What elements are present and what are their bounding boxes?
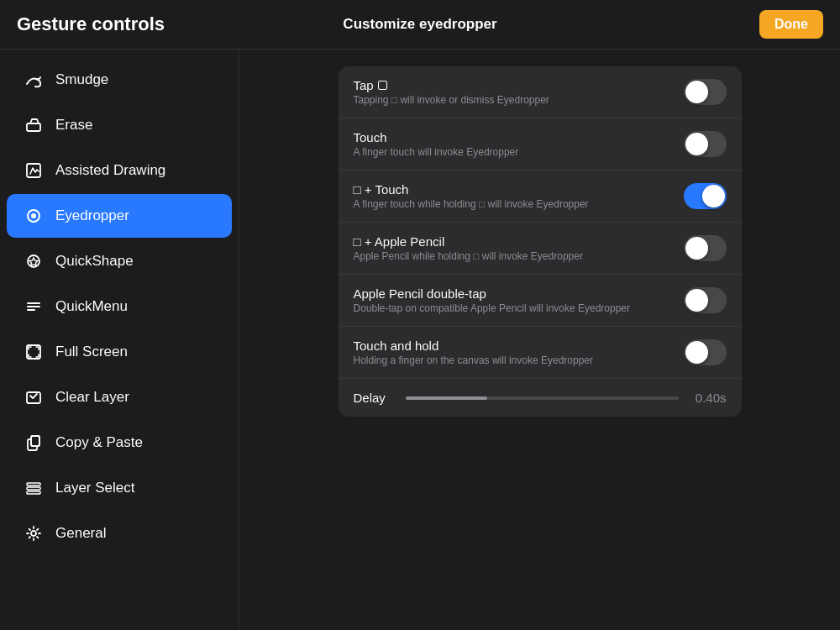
touch-hold-toggle[interactable] [684,339,727,365]
sidebar-item-quickmenu[interactable]: QuickMenu [7,285,232,328]
sidebar-item-quickmenu-label: QuickMenu [55,298,128,315]
tap-row: Tap Tapping □ will invoke or dismiss Eye… [339,66,742,118]
tap-toggle-knob [685,81,708,103]
general-icon [24,523,44,543]
touch-title: Touch [354,130,684,144]
delay-slider-fill [406,396,488,400]
sidebar-item-assisted-drawing[interactable]: Assisted Drawing [7,149,232,192]
sidebar-item-layer-select[interactable]: Layer Select [7,466,232,510]
apple-pencil-double-tap-row-text: Apple Pencil double-tap Double-tap on co… [354,286,684,314]
sidebar-item-full-screen[interactable]: Full Screen [7,330,232,374]
full-screen-icon [24,342,44,362]
apple-pencil-double-tap-toggle-knob [685,289,708,312]
touch-hold-title: Touch and hold [354,339,684,353]
square-touch-subtitle: A finger touch while holding □ will invo… [354,198,684,210]
header: Gesture controls Customize eyedropper Do… [0,0,840,50]
svg-rect-15 [27,491,40,494]
tap-title: Tap [354,78,684,92]
copy-paste-icon [24,433,44,453]
erase-icon [24,115,44,135]
svg-rect-5 [27,302,40,304]
svg-point-3 [31,213,36,218]
sidebar-item-erase-label: Erase [55,117,92,134]
sidebar-item-eyedropper-label: Eyedropper [55,207,129,224]
touch-toggle[interactable] [684,131,727,157]
sidebar-item-full-screen-label: Full Screen [55,344,128,360]
sidebar-item-general[interactable]: General [7,512,232,555]
svg-rect-7 [27,309,35,311]
square-touch-title: □ + Touch [354,182,684,197]
svg-point-16 [31,531,36,536]
sidebar-item-copy-paste[interactable]: Copy & Paste [7,421,232,465]
sidebar-item-quickshape[interactable]: QuickShape [7,239,232,283]
assisted-drawing-icon [24,160,44,181]
sidebar-item-smudge[interactable]: Smudge [7,58,232,102]
square-apple-pencil-row: □ + Apple Pencil Apple Pencil while hold… [339,223,742,275]
square-touch-row: □ + Touch A finger touch while holding □… [339,171,742,223]
delay-value: 0.40s [689,391,727,405]
sidebar-item-general-label: General [55,525,106,542]
quickmenu-icon [24,297,44,317]
sidebar-item-erase[interactable]: Erase [7,103,232,147]
clear-layer-icon [24,387,44,407]
content-area: Tap Tapping □ will invoke or dismiss Eye… [239,50,840,630]
touch-hold-row: Touch and hold Holding a finger on the c… [339,327,742,379]
tap-toggle[interactable] [684,79,727,105]
touch-hold-toggle-knob [685,341,708,364]
content-title: Customize eyedropper [343,16,496,33]
quickshape-icon [24,251,44,271]
square-apple-pencil-toggle-knob [685,237,708,260]
square-apple-pencil-row-text: □ + Apple Pencil Apple Pencil while hold… [354,234,684,262]
sidebar-item-clear-layer-label: Clear Layer [55,389,129,406]
sidebar-item-assisted-drawing-label: Assisted Drawing [55,162,165,179]
smudge-icon [24,70,44,90]
sidebar-item-clear-layer[interactable]: Clear Layer [7,375,232,419]
done-button[interactable]: Done [759,10,823,39]
square-apple-pencil-title: □ + Apple Pencil [354,234,684,249]
square-apple-pencil-subtitle: Apple Pencil while holding □ will invoke… [354,250,684,262]
sidebar-item-eyedropper[interactable]: Eyedropper [7,194,232,238]
square-touch-toggle-knob [702,185,725,207]
square-touch-toggle[interactable] [684,183,727,209]
delay-slider[interactable] [406,396,679,400]
tap-subtitle: Tapping □ will invoke or dismiss Eyedrop… [354,94,684,106]
layer-select-icon [24,478,44,498]
apple-pencil-double-tap-subtitle: Double-tap on compatible Apple Pencil wi… [354,302,684,314]
touch-hold-row-text: Touch and hold Holding a finger on the c… [354,339,684,366]
sidebar-item-smudge-label: Smudge [55,71,108,88]
apple-pencil-double-tap-toggle[interactable] [684,287,727,313]
sidebar-item-quickshape-label: QuickShape [55,253,134,270]
main-layout: Smudge Erase Assisted Drawing [0,50,840,630]
delay-row: Delay 0.40s [339,379,742,417]
square-apple-pencil-toggle[interactable] [684,235,727,261]
delay-label: Delay [354,391,396,405]
touch-row: Touch A finger touch will invoke Eyedrop… [339,118,742,171]
svg-rect-14 [27,487,40,490]
touch-hold-subtitle: Holding a finger on the canvas will invo… [354,354,684,366]
svg-rect-6 [27,306,40,307]
svg-rect-13 [27,483,40,486]
sidebar-item-copy-paste-label: Copy & Paste [55,434,143,451]
tap-row-text: Tap Tapping □ will invoke or dismiss Eye… [354,78,684,106]
touch-subtitle: A finger touch will invoke Eyedropper [354,146,684,158]
sidebar-item-layer-select-label: Layer Select [55,480,135,496]
svg-rect-11 [31,436,39,446]
svg-rect-0 [27,123,40,131]
eyedropper-icon [24,206,44,226]
apple-pencil-double-tap-row: Apple Pencil double-tap Double-tap on co… [339,275,742,327]
square-touch-row-text: □ + Touch A finger touch while holding □… [354,182,684,210]
touch-row-text: Touch A finger touch will invoke Eyedrop… [354,130,684,158]
sidebar: Smudge Erase Assisted Drawing [0,50,239,630]
settings-card: Tap Tapping □ will invoke or dismiss Eye… [339,66,742,417]
touch-toggle-knob [685,133,708,155]
page-title: Gesture controls [17,13,165,35]
apple-pencil-double-tap-title: Apple Pencil double-tap [354,286,684,301]
